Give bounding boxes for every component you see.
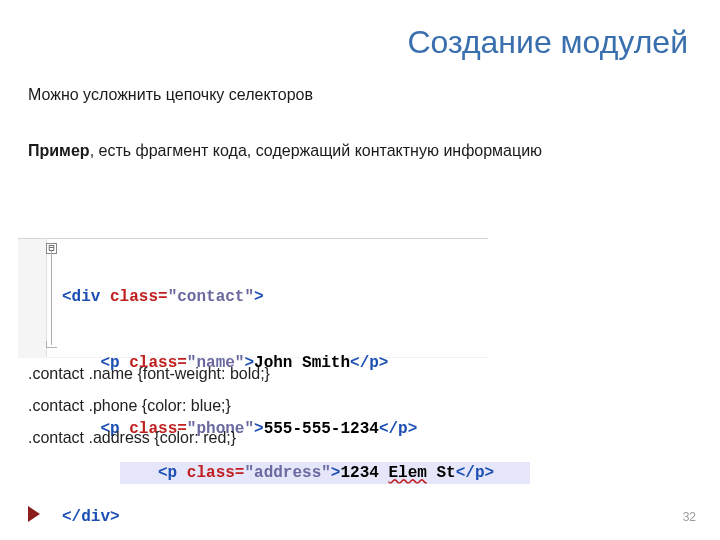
slide: Создание модулей Можно усложнить цепочку…	[0, 0, 720, 540]
css-rules-block: .contact .name {font-weight: bold;} .con…	[28, 358, 270, 454]
css-rule-3: .contact .address {color: red;}	[28, 422, 270, 454]
code-line-5: </div>	[62, 506, 530, 528]
paragraph-example: Пример, есть фрагмент кода, содержащий к…	[28, 136, 588, 166]
slide-title: Создание модулей	[407, 24, 688, 61]
css-rule-2: .contact .phone {color: blue;}	[28, 390, 270, 422]
paragraph-intro: Можно усложнить цепочку селекторов	[28, 80, 313, 110]
code-line-1: <div class="contact">	[62, 286, 530, 308]
code-line-4: <p class="address">1234 Elem St</p>	[120, 462, 530, 484]
example-rest: , есть фрагмент кода, содержащий контакт…	[90, 142, 542, 159]
example-label: Пример	[28, 142, 90, 159]
footer-play-icon	[28, 506, 40, 522]
editor-gutter	[18, 239, 47, 357]
css-rule-1: .contact .name {font-weight: bold;}	[28, 358, 270, 390]
page-number: 32	[683, 510, 696, 524]
fold-guide-line	[51, 251, 52, 345]
code-editor-screenshot: ⊟ <div class="contact"> <p class="name">…	[18, 238, 488, 357]
fold-end-icon	[46, 341, 57, 348]
